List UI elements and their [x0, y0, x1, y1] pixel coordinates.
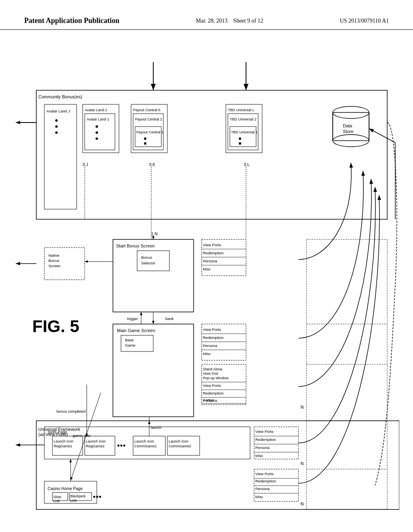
figure-label: FIG. 5 — [32, 317, 79, 336]
svg-text:bank: bank — [165, 316, 174, 321]
svg-text:Pop-up Window: Pop-up Window — [203, 376, 229, 380]
svg-text:Avatar Land J: Avatar Land J — [46, 109, 70, 113]
svg-text:Launch Icon: Launch Icon — [134, 439, 154, 443]
svg-text:N: N — [300, 405, 304, 409]
svg-text:game over: game over — [73, 433, 91, 438]
svg-text:Misc: Misc — [255, 453, 263, 458]
svg-text:Persona: Persona — [203, 259, 217, 263]
svg-rect-123 — [230, 127, 256, 147]
svg-rect-113 — [135, 127, 161, 147]
svg-text:Persona: Persona — [255, 486, 270, 491]
svg-text:bonus completed: bonus completed — [56, 409, 86, 414]
svg-point-126 — [239, 142, 241, 145]
svg-point-105 — [96, 131, 98, 134]
svg-text:Misc: Misc — [203, 351, 211, 356]
svg-text:Launch Icon: Launch Icon — [86, 439, 106, 443]
svg-text:Redemption: Redemption — [255, 437, 276, 442]
svg-marker-142 — [15, 443, 20, 447]
page-header: Patent Application Publication Mar. 28, … — [0, 0, 413, 30]
svg-text:N: N — [300, 461, 304, 466]
svg-text:Casino Home Page: Casino Home Page — [48, 486, 83, 491]
svg-text:Base: Base — [125, 338, 134, 342]
svg-text:TBD Universal 1: TBD Universal 1 — [231, 130, 258, 134]
svg-text:TBD Universal 2: TBD Universal 2 — [230, 117, 257, 121]
diagram-container: FIG. 5 Universal Framework (w/ View Port… — [12, 38, 399, 522]
svg-text:Community Bonus(es): Community Bonus(es) — [38, 94, 82, 99]
svg-text:Payout Central 2: Payout Central 2 — [135, 117, 162, 121]
svg-text:× Misc: × Misc — [203, 398, 214, 402]
svg-text:Launch Icon: Launch Icon — [169, 439, 188, 443]
svg-text:Selector: Selector — [141, 261, 155, 265]
svg-rect-95 — [44, 104, 77, 209]
sheet-number: Sheet 9 of 12 — [233, 18, 263, 24]
svg-text:Link: Link — [53, 499, 60, 503]
svg-text:Main Game Screen: Main Game Screen — [117, 328, 155, 333]
publication-title: Patent Application Publication — [24, 16, 119, 25]
svg-text:Store: Store — [343, 129, 353, 134]
svg-text:trigger: trigger — [127, 316, 138, 321]
svg-point-106 — [96, 137, 98, 140]
svg-text:0.K: 0.K — [149, 162, 155, 167]
svg-text:Payout Central K: Payout Central K — [133, 108, 161, 112]
publication-date-sheet: Mar. 28, 2013 Sheet 9 of 12 — [196, 16, 263, 24]
svg-point-98 — [55, 125, 58, 128]
svg-text:Native: Native — [48, 253, 59, 258]
svg-point-99 — [55, 131, 58, 134]
svg-text:View Ports: View Ports — [203, 327, 221, 332]
svg-text:0.J: 0.J — [83, 162, 88, 167]
svg-marker-136 — [15, 121, 20, 124]
svg-line-155 — [369, 129, 395, 143]
svg-text:Redemption: Redemption — [203, 391, 223, 395]
svg-point-125 — [239, 137, 241, 140]
svg-text:Slots: Slots — [53, 495, 62, 499]
svg-text:Stand Alone: Stand Alone — [203, 367, 223, 371]
svg-text:Link: Link — [70, 499, 77, 503]
svg-text:Avatar Land 2: Avatar Land 2 — [85, 108, 107, 112]
svg-text:N: N — [300, 501, 304, 506]
svg-text:Bonus: Bonus — [48, 258, 59, 263]
svg-point-115 — [144, 137, 146, 140]
start-bonus-screen-box — [113, 239, 194, 312]
svg-text:CommGame2: CommGame2 — [169, 444, 191, 448]
svg-text:Screen: Screen — [48, 264, 60, 268]
svg-point-97 — [55, 119, 58, 122]
svg-text:Persona: Persona — [255, 445, 270, 450]
svg-text:Persona: Persona — [203, 343, 217, 348]
patent-number: US 2013/0079110 A1 — [340, 16, 389, 24]
svg-text:Blackjack: Blackjack — [70, 494, 86, 498]
svg-text:Game: Game — [125, 343, 136, 347]
svg-text:Slots Page: Slots Page — [48, 430, 67, 434]
diagram-svg: FIG. 5 Universal Framework (w/ View Port… — [12, 38, 399, 522]
svg-point-104 — [96, 125, 98, 128]
svg-text:Redemption: Redemption — [255, 479, 276, 483]
svg-text:RegGame1: RegGame1 — [54, 444, 72, 448]
svg-text:View Ports: View Ports — [203, 383, 221, 388]
svg-text:CommGame1: CommGame1 — [134, 444, 157, 448]
svg-text:1.N: 1.N — [151, 232, 158, 236]
svg-text:View Ports: View Ports — [203, 243, 221, 247]
svg-text:RegGame2: RegGame2 — [86, 444, 104, 448]
svg-text:Data: Data — [343, 123, 353, 128]
svg-text:View Ports: View Ports — [255, 429, 273, 434]
svg-text:View Port: View Port — [203, 372, 219, 376]
svg-point-116 — [144, 142, 146, 145]
svg-text:launch: launch — [151, 426, 162, 430]
svg-marker-140 — [15, 262, 20, 265]
svg-text:View Ports: View Ports — [255, 472, 273, 476]
svg-text:Misc: Misc — [203, 267, 211, 271]
svg-text:Launch Icon: Launch Icon — [54, 439, 73, 443]
svg-text:●●●: ●●● — [93, 494, 102, 499]
svg-text:0.L: 0.L — [244, 162, 250, 167]
svg-text:●●●: ●●● — [117, 443, 126, 448]
svg-text:Misc: Misc — [255, 495, 263, 499]
svg-text:Redemption: Redemption — [203, 251, 223, 255]
svg-text:Avatar Land 1: Avatar Land 1 — [87, 117, 109, 121]
page: Patent Application Publication Mar. 28, … — [0, 0, 413, 532]
publication-date: Mar. 28, 2013 — [196, 18, 228, 24]
svg-text:Payout Central 1: Payout Central 1 — [136, 130, 163, 134]
svg-text:TBD Universal L: TBD Universal L — [228, 108, 254, 112]
svg-text:Bonus: Bonus — [141, 255, 152, 260]
svg-text:Redemption: Redemption — [203, 335, 223, 340]
svg-text:Start Bonus Screen: Start Bonus Screen — [116, 243, 154, 248]
